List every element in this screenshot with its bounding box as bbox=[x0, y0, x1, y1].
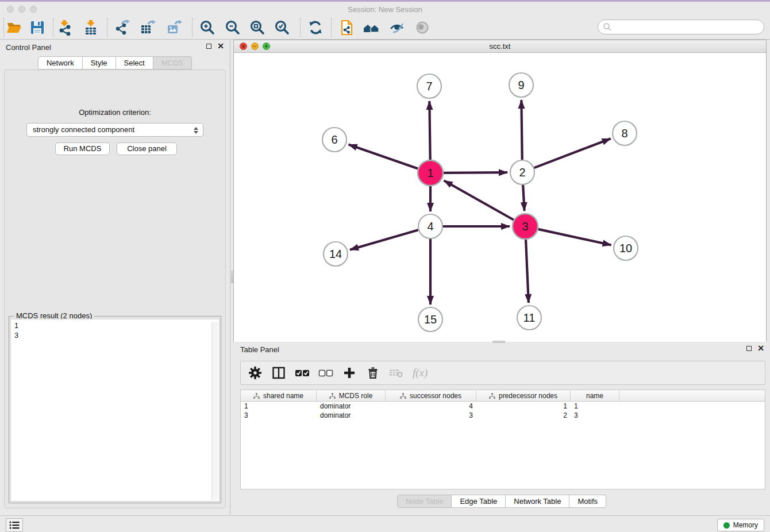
save-session-button[interactable] bbox=[28, 18, 47, 37]
float-panel-icon[interactable] bbox=[206, 44, 211, 49]
svg-text:3: 3 bbox=[522, 220, 528, 233]
zoom-in-button[interactable] bbox=[198, 18, 217, 37]
graph-node-7[interactable]: 7 bbox=[417, 74, 441, 98]
graph-edge-3-10[interactable] bbox=[538, 229, 611, 245]
svg-text:10: 10 bbox=[619, 242, 632, 255]
show-task-history-button[interactable] bbox=[6, 518, 23, 532]
cell-successor-nodes: 3 bbox=[386, 411, 476, 420]
tab-mcds[interactable]: MCDS bbox=[153, 56, 192, 70]
column-header-name[interactable]: name bbox=[571, 390, 619, 402]
table-row[interactable]: 1 dominator 4 1 1 bbox=[241, 402, 765, 411]
close-panel-button[interactable]: Close panel bbox=[117, 142, 177, 155]
graph-node-2[interactable]: 2 bbox=[510, 160, 534, 184]
select-all-button[interactable] bbox=[295, 365, 310, 380]
column-header-successor-nodes[interactable]: successor nodes bbox=[386, 390, 476, 402]
dropdown-stepper-icon bbox=[192, 126, 199, 134]
table-settings-button[interactable] bbox=[248, 365, 263, 380]
export-table-button[interactable] bbox=[138, 18, 157, 37]
cell-name: 1 bbox=[571, 402, 619, 411]
export-network-button[interactable] bbox=[113, 18, 132, 37]
main-toolbar bbox=[0, 15, 770, 40]
tab-network[interactable]: Network bbox=[38, 56, 83, 70]
mcds-panel: Optimization criterion: strongly connect… bbox=[4, 70, 226, 508]
add-column-button[interactable] bbox=[342, 365, 357, 380]
tab-select[interactable]: Select bbox=[116, 56, 153, 70]
import-table-button[interactable] bbox=[81, 18, 101, 37]
zoom-out-button[interactable] bbox=[223, 18, 242, 37]
apply-layout-button[interactable] bbox=[306, 18, 325, 37]
graph-edge-2-9[interactable] bbox=[521, 100, 522, 160]
network-graph[interactable]: 7968124314101511 bbox=[234, 53, 766, 342]
zoom-fit-icon bbox=[249, 20, 265, 36]
list-icon bbox=[9, 521, 20, 530]
memory-label: Memory bbox=[733, 521, 758, 529]
zoom-selected-button[interactable] bbox=[272, 18, 292, 37]
delete-table-button-disabled bbox=[389, 365, 404, 380]
graphics-details-button[interactable] bbox=[413, 18, 432, 37]
cell-name: 3 bbox=[571, 411, 619, 420]
criterion-dropdown[interactable]: strongly connected component bbox=[26, 123, 203, 137]
show-column-panel-button[interactable] bbox=[271, 365, 286, 380]
graph-edge-4-14[interactable] bbox=[350, 230, 418, 250]
graph-edge-1-6[interactable] bbox=[349, 145, 418, 169]
column-type-icon bbox=[489, 393, 495, 399]
mcds-result-groupbox: MCDS result (2 nodes) 1 3 bbox=[9, 316, 221, 503]
graph-node-10[interactable]: 10 bbox=[614, 236, 638, 260]
search-input[interactable] bbox=[598, 20, 764, 34]
graph-edge-2-3[interactable] bbox=[523, 185, 524, 211]
splitter-grip-vertical[interactable] bbox=[231, 271, 233, 283]
sphere-icon bbox=[414, 20, 430, 36]
result-scrollbar[interactable] bbox=[211, 322, 218, 500]
delete-table-icon bbox=[389, 367, 404, 379]
column-header-shared-name[interactable]: shared name bbox=[241, 390, 317, 402]
deselect-all-button[interactable] bbox=[318, 365, 333, 380]
optimization-criterion-label: Optimization criterion: bbox=[5, 108, 225, 117]
tab-node-table[interactable]: Node Table bbox=[397, 495, 452, 508]
graph-node-6[interactable]: 6 bbox=[322, 128, 346, 152]
mcds-result-list[interactable]: 1 3 bbox=[10, 319, 220, 502]
graph-node-15[interactable]: 15 bbox=[418, 307, 442, 331]
result-line: 3 bbox=[14, 330, 215, 340]
table-toolbar: f(x) bbox=[240, 361, 765, 385]
trash-icon bbox=[366, 366, 380, 380]
graph-node-9[interactable]: 9 bbox=[509, 73, 533, 97]
run-mcds-button[interactable]: Run MCDS bbox=[55, 142, 110, 155]
table-header-row: shared name MCDS role successor nodes pr… bbox=[241, 390, 765, 402]
first-neighbors-button[interactable] bbox=[362, 18, 382, 37]
close-panel-icon[interactable]: ✕ bbox=[217, 43, 224, 49]
graph-edge-1-7[interactable] bbox=[429, 101, 430, 160]
graph-edge-3-1[interactable] bbox=[444, 180, 514, 219]
float-table-panel-icon[interactable] bbox=[746, 346, 752, 351]
result-line: 1 bbox=[14, 321, 215, 330]
svg-text:9: 9 bbox=[518, 79, 524, 91]
graph-node-11[interactable]: 11 bbox=[517, 306, 541, 330]
hide-selected-button[interactable] bbox=[387, 18, 407, 37]
import-network-button[interactable] bbox=[55, 18, 75, 37]
new-network-from-selection-button[interactable] bbox=[337, 18, 356, 37]
export-image-button[interactable] bbox=[164, 18, 184, 37]
function-builder-button-disabled: f(x) bbox=[413, 367, 428, 379]
graph-edge-1-2[interactable] bbox=[444, 172, 507, 173]
control-panel: Control Panel ✕ Network Style Select MCD… bbox=[0, 40, 230, 515]
tab-network-table[interactable]: Network Table bbox=[506, 495, 569, 508]
graph-edge-2-8[interactable] bbox=[534, 138, 611, 168]
memory-button[interactable]: Memory bbox=[717, 519, 764, 531]
close-table-panel-icon[interactable]: ✕ bbox=[757, 345, 764, 351]
zoom-fit-button[interactable] bbox=[248, 18, 267, 37]
tab-motifs[interactable]: Motifs bbox=[569, 495, 606, 508]
graph-node-14[interactable]: 14 bbox=[324, 242, 348, 266]
open-session-button[interactable] bbox=[5, 18, 24, 37]
graph-edge-3-11[interactable] bbox=[526, 240, 529, 303]
network-window-titlebar[interactable]: x − + scc.txt bbox=[234, 40, 766, 53]
column-header-mcds-role[interactable]: MCDS role bbox=[317, 390, 386, 402]
graph-node-4[interactable]: 4 bbox=[418, 214, 442, 238]
graph-node-3[interactable]: 3 bbox=[513, 214, 538, 239]
table-row[interactable]: 3 dominator 3 2 3 bbox=[241, 411, 765, 420]
graph-node-1[interactable]: 1 bbox=[418, 160, 443, 186]
delete-column-button[interactable] bbox=[365, 365, 380, 380]
tab-edge-table[interactable]: Edge Table bbox=[452, 495, 506, 508]
column-header-predecessor-nodes[interactable]: predecessor nodes bbox=[476, 390, 571, 402]
tab-style[interactable]: Style bbox=[83, 56, 116, 70]
graph-node-8[interactable]: 8 bbox=[613, 121, 637, 145]
node-table[interactable]: shared name MCDS role successor nodes pr… bbox=[240, 390, 765, 489]
